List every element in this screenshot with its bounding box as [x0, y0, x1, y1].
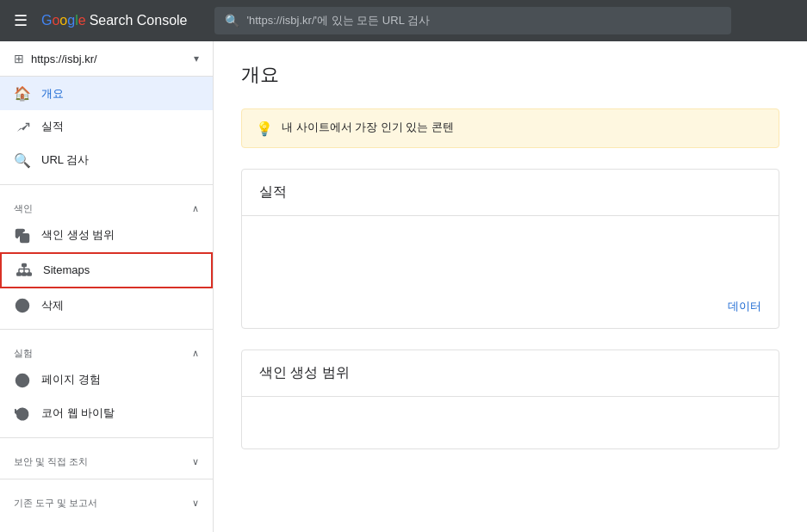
sidebar-item-coverage[interactable]: 색인 생성 범위	[0, 219, 213, 252]
divider-4	[0, 479, 213, 479]
divider-2	[0, 329, 213, 330]
svg-rect-0	[21, 233, 29, 242]
content-area: 개요 💡 내 사이트에서 가장 인기 있는 콘텐 실적 데이터 색인 생성 범위	[214, 41, 807, 532]
section-experience-chevron-icon[interactable]: ∧	[192, 348, 199, 359]
trending-up-icon	[14, 119, 31, 135]
sidebar-item-page-experience[interactable]: 페이지 경험	[0, 363, 213, 397]
sidebar-item-removals[interactable]: 삭제	[0, 288, 213, 322]
sidebar-item-overview-label: 개요	[41, 86, 64, 102]
section-legacy-chevron-icon[interactable]: ∨	[192, 498, 199, 509]
sidebar-item-sitemaps-label: Sitemaps	[43, 263, 90, 276]
page-title: 개요	[241, 62, 779, 88]
page-icon	[14, 372, 31, 388]
sidebar-item-core-web-vitals[interactable]: 코어 웹 바이탈	[0, 397, 213, 430]
google-wordmark: Google	[41, 13, 86, 28]
section-security-chevron-icon[interactable]: ∨	[192, 456, 199, 467]
search-icon: 🔍	[225, 14, 239, 28]
header: ☰ Google Search Console 🔍 'https://isbj.…	[0, 0, 807, 41]
property-selector[interactable]: ⊞ https://isbj.kr/ ▾	[0, 41, 213, 77]
section-experience-label: 실험	[14, 347, 33, 360]
section-security[interactable]: 보안 및 직접 조치 ∨	[0, 445, 213, 472]
search-icon: 🔍	[14, 152, 31, 169]
global-search-bar[interactable]: 🔍 'https://isbj.kr/'에 있는 모든 URL 검사	[214, 7, 731, 34]
sidebar-item-removals-label: 삭제	[41, 298, 64, 313]
section-legacy[interactable]: 기존 도구 및 보고서 ∨	[0, 486, 213, 513]
sitemap-icon	[16, 263, 33, 279]
section-index-label: 색인	[14, 202, 33, 215]
svg-rect-1	[22, 264, 27, 267]
coverage-card-header: 색인 생성 범위	[242, 350, 779, 397]
home-icon: 🏠	[14, 85, 31, 102]
sidebar-item-performance[interactable]: 실적	[0, 110, 213, 144]
svg-rect-2	[17, 273, 22, 275]
sidebar: ⊞ https://isbj.kr/ ▾ 🏠 개요 실적 🔍 URL 검사 색인…	[0, 41, 214, 532]
performance-card-title: 실적	[259, 183, 287, 201]
svg-rect-3	[22, 273, 27, 275]
search-console-wordmark: Search Console	[90, 13, 188, 28]
lightbulb-icon: 💡	[256, 121, 273, 137]
divider-1	[0, 184, 213, 185]
section-index-chevron-icon[interactable]: ∧	[192, 203, 199, 214]
sidebar-item-page-experience-label: 페이지 경험	[41, 372, 101, 387]
property-chevron-icon: ▾	[194, 53, 199, 65]
svg-rect-4	[28, 273, 32, 275]
sidebar-item-overview[interactable]: 🏠 개요	[0, 77, 213, 110]
main-layout: ⊞ https://isbj.kr/ ▾ 🏠 개요 실적 🔍 URL 검사 색인…	[0, 41, 807, 532]
performance-card-body: 데이터	[242, 216, 779, 328]
app-logo: Google Search Console	[41, 13, 187, 28]
copy-icon	[14, 227, 31, 244]
section-experience: 실험 ∧	[0, 337, 213, 363]
section-security-label: 보안 및 직접 조치	[14, 455, 88, 468]
section-index: 색인 ∧	[0, 192, 213, 219]
performance-card-header: 실적	[242, 170, 779, 216]
hamburger-menu-icon[interactable]: ☰	[10, 8, 31, 34]
refresh-cw-icon	[14, 405, 31, 422]
performance-card-link[interactable]: 데이터	[728, 299, 761, 314]
section-legacy-label: 기존 도구 및 보고서	[14, 497, 97, 510]
coverage-card-body	[242, 397, 779, 448]
notification-text: 내 사이트에서 가장 인기 있는 콘텐	[282, 120, 454, 135]
sidebar-item-sitemaps[interactable]: Sitemaps	[0, 252, 213, 289]
remove-circle-icon	[14, 297, 31, 313]
performance-card: 실적 데이터	[241, 169, 779, 329]
coverage-card-title: 색인 생성 범위	[259, 364, 350, 382]
search-placeholder-text: 'https://isbj.kr/'에 있는 모든 URL 검사	[246, 13, 430, 28]
divider-3	[0, 437, 213, 438]
sidebar-item-url-inspection[interactable]: 🔍 URL 검사	[0, 144, 213, 177]
notification-card: 💡 내 사이트에서 가장 인기 있는 콘텐	[241, 108, 779, 148]
property-icon: ⊞	[14, 52, 24, 65]
coverage-card: 색인 생성 범위	[241, 350, 779, 449]
sidebar-item-core-web-vitals-label: 코어 웹 바이탈	[41, 405, 115, 421]
sidebar-item-url-inspection-label: URL 검사	[41, 152, 89, 168]
sidebar-item-coverage-label: 색인 생성 범위	[41, 227, 115, 243]
property-url: https://isbj.kr/	[31, 53, 187, 65]
sidebar-item-performance-label: 실적	[41, 119, 64, 134]
